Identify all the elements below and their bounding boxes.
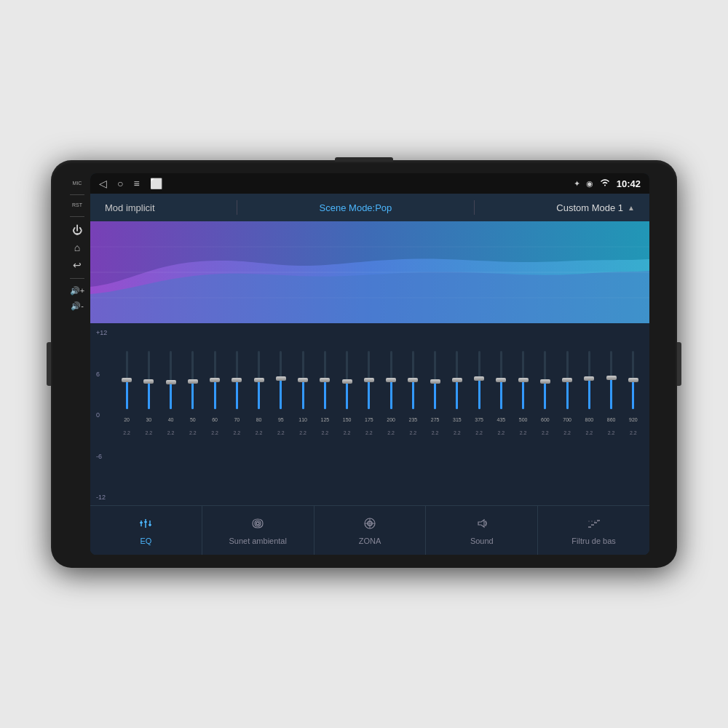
slider-thumb-80[interactable] — [254, 378, 264, 382]
slider-track-50[interactable] — [191, 351, 194, 409]
q-label-125: 2.2 — [314, 424, 335, 438]
back-nav-icon[interactable]: ◁ — [99, 178, 107, 189]
slider-col-200 — [381, 351, 401, 409]
slider-fill-315 — [456, 380, 458, 409]
slider-track-80[interactable] — [258, 351, 260, 409]
q-label-60: 2.2 — [205, 424, 225, 438]
mode-sep-2 — [474, 200, 475, 215]
slider-thumb-315[interactable] — [452, 378, 462, 382]
slider-thumb-70[interactable] — [232, 378, 242, 382]
slider-track-150[interactable] — [346, 351, 348, 409]
home-nav-icon[interactable]: ○ — [117, 178, 123, 189]
slider-thumb-150[interactable] — [342, 379, 352, 384]
eq-sliders-area: +12 6 0 -6 -12 2030405060708095110125150… — [90, 323, 649, 505]
slider-thumb-860[interactable] — [606, 376, 617, 380]
power-button[interactable]: ⏻ — [72, 224, 82, 236]
home-button[interactable]: ⌂ — [74, 242, 80, 253]
nav-item-zona[interactable]: ZONA — [314, 506, 427, 555]
mode-sep-1 — [237, 200, 237, 215]
fc-label-50: 50 — [183, 411, 203, 424]
slider-track-95[interactable] — [280, 351, 282, 409]
custom-mode[interactable]: Custom Mode 1 ▲ — [556, 202, 635, 213]
slider-col-315 — [447, 351, 467, 409]
slider-thumb-60[interactable] — [210, 378, 220, 382]
slider-thumb-500[interactable] — [518, 378, 529, 382]
q-label-20: 2.2 — [116, 424, 137, 438]
slider-col-920 — [623, 351, 644, 409]
slider-track-175[interactable] — [368, 351, 370, 409]
slider-track-920[interactable] — [632, 351, 634, 409]
slider-track-70[interactable] — [236, 351, 238, 409]
slider-track-435[interactable] — [500, 351, 502, 409]
vol-up-button[interactable]: 🔊+ — [70, 286, 84, 296]
slider-track-60[interactable] — [214, 351, 216, 409]
nav-item-sunet-ambiental[interactable]: Sunet ambiental — [202, 506, 314, 555]
slider-fill-150 — [346, 381, 348, 409]
slider-col-375 — [469, 351, 489, 409]
slider-thumb-275[interactable] — [430, 379, 440, 384]
slider-track-275[interactable] — [434, 351, 436, 409]
slider-thumb-20[interactable] — [122, 378, 132, 382]
bluetooth-icon: ✦ — [574, 179, 580, 189]
slider-thumb-920[interactable] — [628, 378, 638, 382]
fc-label-200: 200 — [381, 411, 401, 424]
slider-thumb-110[interactable] — [298, 378, 308, 382]
slider-fill-800 — [588, 379, 590, 409]
slider-track-375[interactable] — [478, 351, 480, 409]
slider-fill-20 — [126, 380, 128, 409]
slider-track-235[interactable] — [412, 351, 414, 409]
slider-track-110[interactable] — [302, 351, 304, 409]
eq-curve — [90, 221, 649, 323]
slider-track-40[interactable] — [170, 351, 172, 409]
slider-track-20[interactable] — [126, 351, 128, 409]
slider-thumb-375[interactable] — [474, 376, 484, 381]
svg-rect-9 — [149, 524, 151, 526]
slider-track-600[interactable] — [544, 351, 546, 409]
slider-track-500[interactable] — [522, 351, 524, 409]
slider-track-800[interactable] — [588, 351, 590, 409]
recent-nav-icon[interactable]: ⬜ — [150, 178, 162, 189]
mode-implicit[interactable]: Mod implicit — [105, 202, 155, 213]
side-divider-3 — [70, 278, 84, 279]
slider-thumb-235[interactable] — [408, 378, 418, 382]
slider-thumb-40[interactable] — [166, 380, 176, 384]
slider-thumb-175[interactable] — [364, 378, 374, 382]
scene-mode[interactable]: Scene Mode:Pop — [320, 202, 392, 213]
status-icons: ✦ ◉ 10:42 — [574, 178, 641, 189]
slider-thumb-700[interactable] — [562, 378, 572, 382]
nav-buttons: ◁ ○ ≡ ⬜ — [99, 178, 162, 189]
slider-col-80 — [249, 351, 269, 409]
svg-rect-5 — [140, 522, 143, 523]
slider-track-125[interactable] — [324, 351, 326, 409]
slider-thumb-50[interactable] — [188, 379, 198, 384]
slider-track-860[interactable] — [610, 351, 612, 409]
slider-thumb-200[interactable] — [386, 378, 396, 382]
slider-fill-175 — [368, 380, 370, 409]
nav-item-eq[interactable]: EQ — [90, 506, 202, 555]
slider-thumb-30[interactable] — [143, 379, 154, 384]
slider-thumb-435[interactable] — [496, 378, 506, 382]
back-button[interactable]: ↩ — [73, 259, 82, 271]
nav-item-filtru-de-bas[interactable]: Filtru de bas — [538, 506, 649, 555]
custom-mode-arrow: ▲ — [628, 204, 635, 212]
slider-track-30[interactable] — [148, 351, 150, 409]
slider-col-235 — [403, 351, 423, 409]
slider-thumb-800[interactable] — [584, 376, 594, 381]
slider-track-315[interactable] — [456, 351, 458, 409]
vol-down-button[interactable]: 🔊- — [71, 301, 84, 311]
screen: ◁ ○ ≡ ⬜ ✦ ◉ 10:42 — [90, 173, 649, 555]
nav-item-sound[interactable]: Sound — [426, 506, 538, 555]
slider-fill-700 — [566, 380, 569, 409]
slider-track-700[interactable] — [566, 351, 569, 409]
side-controls-left: MIC RST ⏻ ⌂ ↩ 🔊+ 🔊- — [64, 173, 90, 555]
menu-nav-icon[interactable]: ≡ — [133, 178, 139, 189]
slider-track-200[interactable] — [390, 351, 392, 409]
left-connector — [47, 342, 51, 386]
slider-thumb-600[interactable] — [540, 379, 550, 384]
slider-thumb-125[interactable] — [320, 378, 330, 382]
q-label-80: 2.2 — [249, 424, 269, 438]
fc-label-800: 800 — [579, 411, 599, 424]
slider-thumb-95[interactable] — [276, 376, 286, 381]
slider-col-40 — [161, 351, 181, 409]
sliders-container — [116, 329, 644, 409]
